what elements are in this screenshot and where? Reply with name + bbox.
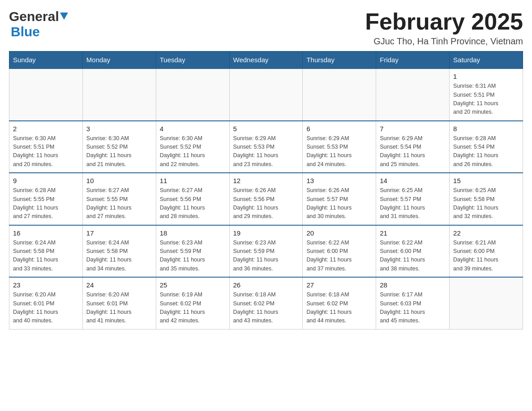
day-info: Sunrise: 6:27 AMSunset: 5:56 PMDaylight:… bbox=[160, 186, 226, 221]
calendar-day-cell: 1Sunrise: 6:31 AMSunset: 5:51 PMDaylight… bbox=[450, 68, 523, 121]
day-number: 8 bbox=[453, 125, 519, 133]
day-number: 23 bbox=[13, 281, 79, 289]
day-info: Sunrise: 6:30 AMSunset: 5:52 PMDaylight:… bbox=[86, 134, 152, 169]
calendar-day-cell bbox=[229, 68, 303, 121]
calendar-day-cell: 12Sunrise: 6:26 AMSunset: 5:56 PMDayligh… bbox=[229, 173, 303, 225]
calendar-day-cell: 22Sunrise: 6:21 AMSunset: 6:00 PMDayligh… bbox=[450, 225, 523, 278]
calendar-day-cell: 18Sunrise: 6:23 AMSunset: 5:59 PMDayligh… bbox=[156, 225, 229, 278]
calendar-day-cell bbox=[303, 68, 376, 121]
day-number: 16 bbox=[13, 229, 79, 237]
day-info: Sunrise: 6:23 AMSunset: 5:59 PMDaylight:… bbox=[160, 239, 226, 274]
day-info: Sunrise: 6:24 AMSunset: 5:58 PMDaylight:… bbox=[13, 239, 79, 274]
calendar-day-cell: 17Sunrise: 6:24 AMSunset: 5:58 PMDayligh… bbox=[82, 225, 156, 278]
day-info: Sunrise: 6:30 AMSunset: 5:52 PMDaylight:… bbox=[160, 134, 226, 169]
day-info: Sunrise: 6:22 AMSunset: 6:00 PMDaylight:… bbox=[380, 239, 446, 274]
calendar-week-row: 2Sunrise: 6:30 AMSunset: 5:51 PMDaylight… bbox=[9, 121, 523, 173]
calendar-day-cell: 8Sunrise: 6:28 AMSunset: 5:54 PMDaylight… bbox=[450, 121, 523, 173]
calendar-day-cell: 14Sunrise: 6:25 AMSunset: 5:57 PMDayligh… bbox=[376, 173, 450, 225]
calendar-week-row: 23Sunrise: 6:20 AMSunset: 6:01 PMDayligh… bbox=[9, 277, 523, 329]
calendar-day-cell: 10Sunrise: 6:27 AMSunset: 5:55 PMDayligh… bbox=[82, 173, 156, 225]
day-number: 18 bbox=[160, 229, 226, 237]
day-number: 19 bbox=[233, 229, 299, 237]
calendar-day-cell: 2Sunrise: 6:30 AMSunset: 5:51 PMDaylight… bbox=[9, 121, 83, 173]
day-info: Sunrise: 6:17 AMSunset: 6:03 PMDaylight:… bbox=[380, 291, 446, 325]
logo-arrow-icon bbox=[60, 13, 68, 22]
day-info: Sunrise: 6:25 AMSunset: 5:58 PMDaylight:… bbox=[453, 186, 519, 221]
logo: General Blue bbox=[9, 9, 68, 39]
day-number: 25 bbox=[160, 281, 226, 289]
calendar-day-cell: 4Sunrise: 6:30 AMSunset: 5:52 PMDaylight… bbox=[156, 121, 229, 173]
calendar-header-row: SundayMondayTuesdayWednesdayThursdayFrid… bbox=[9, 51, 523, 69]
day-info: Sunrise: 6:28 AMSunset: 5:55 PMDaylight:… bbox=[13, 186, 79, 221]
day-info: Sunrise: 6:31 AMSunset: 5:51 PMDaylight:… bbox=[453, 82, 519, 117]
location-text: GJuc Tho, Ha Tinh Province, Vietnam bbox=[365, 36, 523, 47]
day-info: Sunrise: 6:30 AMSunset: 5:51 PMDaylight:… bbox=[13, 134, 79, 169]
day-info: Sunrise: 6:26 AMSunset: 5:56 PMDaylight:… bbox=[233, 186, 299, 221]
day-number: 15 bbox=[453, 177, 519, 184]
day-number: 17 bbox=[86, 229, 152, 237]
calendar-day-cell: 20Sunrise: 6:22 AMSunset: 6:00 PMDayligh… bbox=[303, 225, 376, 278]
day-info: Sunrise: 6:21 AMSunset: 6:00 PMDaylight:… bbox=[453, 239, 519, 274]
calendar-week-row: 1Sunrise: 6:31 AMSunset: 5:51 PMDaylight… bbox=[9, 68, 523, 121]
calendar-week-row: 9Sunrise: 6:28 AMSunset: 5:55 PMDaylight… bbox=[9, 173, 523, 225]
calendar-day-cell: 7Sunrise: 6:29 AMSunset: 5:54 PMDaylight… bbox=[376, 121, 450, 173]
day-info: Sunrise: 6:26 AMSunset: 5:57 PMDaylight:… bbox=[306, 186, 372, 221]
calendar-day-header: Saturday bbox=[450, 51, 523, 69]
day-number: 27 bbox=[306, 281, 372, 289]
day-number: 28 bbox=[380, 281, 446, 289]
day-info: Sunrise: 6:22 AMSunset: 6:00 PMDaylight:… bbox=[306, 239, 372, 274]
day-number: 6 bbox=[306, 125, 372, 133]
calendar-day-header: Monday bbox=[82, 51, 156, 69]
logo-blue-text: Blue bbox=[11, 24, 40, 39]
day-info: Sunrise: 6:20 AMSunset: 6:01 PMDaylight:… bbox=[13, 291, 79, 325]
day-info: Sunrise: 6:27 AMSunset: 5:55 PMDaylight:… bbox=[86, 186, 152, 221]
day-info: Sunrise: 6:29 AMSunset: 5:54 PMDaylight:… bbox=[380, 134, 446, 169]
month-title: February 2025 bbox=[365, 9, 523, 34]
day-number: 3 bbox=[86, 125, 152, 133]
day-number: 20 bbox=[306, 229, 372, 237]
calendar-day-cell: 24Sunrise: 6:20 AMSunset: 6:01 PMDayligh… bbox=[82, 277, 156, 329]
calendar-day-cell: 21Sunrise: 6:22 AMSunset: 6:00 PMDayligh… bbox=[376, 225, 450, 278]
calendar-day-header: Sunday bbox=[9, 51, 83, 69]
day-number: 2 bbox=[13, 125, 79, 133]
day-info: Sunrise: 6:23 AMSunset: 5:59 PMDaylight:… bbox=[233, 239, 299, 274]
day-number: 10 bbox=[86, 177, 152, 184]
calendar-day-cell: 28Sunrise: 6:17 AMSunset: 6:03 PMDayligh… bbox=[376, 277, 450, 329]
logo-general-text: General bbox=[9, 9, 59, 24]
day-number: 21 bbox=[380, 229, 446, 237]
day-info: Sunrise: 6:28 AMSunset: 5:54 PMDaylight:… bbox=[453, 134, 519, 169]
day-info: Sunrise: 6:29 AMSunset: 5:53 PMDaylight:… bbox=[233, 134, 299, 169]
calendar-day-cell: 16Sunrise: 6:24 AMSunset: 5:58 PMDayligh… bbox=[9, 225, 83, 278]
day-info: Sunrise: 6:25 AMSunset: 5:57 PMDaylight:… bbox=[380, 186, 446, 221]
calendar-day-cell: 5Sunrise: 6:29 AMSunset: 5:53 PMDaylight… bbox=[229, 121, 303, 173]
day-info: Sunrise: 6:18 AMSunset: 6:02 PMDaylight:… bbox=[233, 291, 299, 325]
day-number: 11 bbox=[160, 177, 226, 184]
day-info: Sunrise: 6:19 AMSunset: 6:02 PMDaylight:… bbox=[160, 291, 226, 325]
calendar-day-cell: 13Sunrise: 6:26 AMSunset: 5:57 PMDayligh… bbox=[303, 173, 376, 225]
calendar-day-header: Thursday bbox=[303, 51, 376, 69]
day-number: 22 bbox=[453, 229, 519, 237]
day-number: 5 bbox=[233, 125, 299, 133]
day-number: 4 bbox=[160, 125, 226, 133]
calendar-day-cell: 15Sunrise: 6:25 AMSunset: 5:58 PMDayligh… bbox=[450, 173, 523, 225]
day-number: 9 bbox=[13, 177, 79, 184]
page-header: General Blue February 2025 GJuc Tho, Ha … bbox=[9, 9, 523, 47]
calendar-day-cell: 19Sunrise: 6:23 AMSunset: 5:59 PMDayligh… bbox=[229, 225, 303, 278]
day-number: 7 bbox=[380, 125, 446, 133]
day-number: 1 bbox=[453, 73, 519, 80]
calendar-day-header: Tuesday bbox=[156, 51, 229, 69]
calendar-day-cell bbox=[156, 68, 229, 121]
calendar-day-cell bbox=[9, 68, 83, 121]
calendar-day-cell: 23Sunrise: 6:20 AMSunset: 6:01 PMDayligh… bbox=[9, 277, 83, 329]
day-info: Sunrise: 6:24 AMSunset: 5:58 PMDaylight:… bbox=[86, 239, 152, 274]
day-info: Sunrise: 6:18 AMSunset: 6:02 PMDaylight:… bbox=[306, 291, 372, 325]
calendar-day-cell: 9Sunrise: 6:28 AMSunset: 5:55 PMDaylight… bbox=[9, 173, 83, 225]
title-section: February 2025 GJuc Tho, Ha Tinh Province… bbox=[365, 9, 523, 47]
day-number: 26 bbox=[233, 281, 299, 289]
calendar-table: SundayMondayTuesdayWednesdayThursdayFrid… bbox=[9, 51, 523, 330]
day-number: 12 bbox=[233, 177, 299, 184]
calendar-day-cell: 27Sunrise: 6:18 AMSunset: 6:02 PMDayligh… bbox=[303, 277, 376, 329]
day-number: 13 bbox=[306, 177, 372, 184]
calendar-day-cell: 3Sunrise: 6:30 AMSunset: 5:52 PMDaylight… bbox=[82, 121, 156, 173]
day-info: Sunrise: 6:20 AMSunset: 6:01 PMDaylight:… bbox=[86, 291, 152, 325]
